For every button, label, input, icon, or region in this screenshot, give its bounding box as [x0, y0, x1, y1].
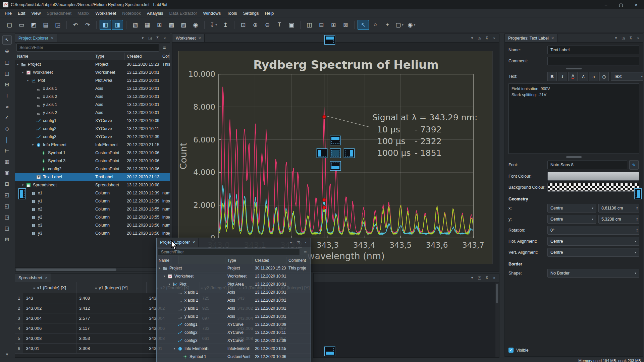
menu-edit[interactable]: Edit	[15, 10, 28, 17]
rotation-spinbox[interactable]: 0° ▴▾	[547, 226, 639, 235]
zoom-select-mode-button[interactable]: +	[382, 20, 393, 30]
dock-indicator-cluster-down[interactable]	[330, 161, 341, 171]
grid-layout-button[interactable]: ⊞	[328, 20, 339, 30]
new-notebook-button[interactable]: ◉	[190, 20, 201, 30]
grid-tool-5-button[interactable]: ◲	[3, 224, 11, 233]
vertical-layout-button[interactable]: ◫	[304, 20, 315, 30]
expander-icon[interactable]: ▾	[168, 283, 171, 286]
dock-indicator-cluster-left[interactable]	[317, 148, 327, 158]
dock-menu-icon[interactable]: ▾	[469, 275, 475, 281]
filter-options-icon[interactable]: ≡	[301, 248, 309, 256]
pe-item-config2[interactable]: config2XYCurve13.12.2020 10:11	[15, 125, 170, 133]
pe-item-y3[interactable]: y3Column20.12.2020 13:56integer da	[15, 229, 170, 237]
spin-down-icon[interactable]: ▾	[636, 219, 638, 221]
pe-item-y-axis-2[interactable]: y axis 2Axis13.12.2020 10:01	[15, 109, 170, 117]
titlebar[interactable]: C:/temp/bin/data/labplot2/examples/Gener…	[0, 0, 644, 9]
shape-tool-button[interactable]: ◇	[3, 124, 11, 133]
column-header-comment[interactable]: Comment	[286, 257, 311, 264]
dock-float-icon[interactable]: ◳	[476, 35, 483, 41]
cell[interactable]: 3.412	[76, 303, 147, 313]
row-number[interactable]: 5	[15, 334, 23, 344]
cell[interactable]: 3.408	[76, 293, 147, 303]
y-offset-spinbox[interactable]: 5,3238 cm ▴▾	[598, 215, 639, 224]
zoom-in-button[interactable]: ⊕	[250, 20, 261, 30]
pe-item-text-label[interactable]: TText LabelTextLabel20.12.2020 21:13	[15, 173, 170, 181]
column-header-name[interactable]: Name	[157, 257, 225, 264]
dock-menu-icon[interactable]: ▾	[288, 239, 294, 246]
dock-pin-icon[interactable]: ⊼	[484, 275, 490, 281]
vertical-line-tool-button[interactable]: │	[3, 135, 11, 144]
undo-button[interactable]: ↶	[70, 20, 81, 30]
row-number[interactable]: 4	[15, 323, 23, 334]
border-shape-dropdown[interactable]: No Border ▾	[547, 269, 639, 278]
dock-close-icon[interactable]: ×	[162, 35, 168, 41]
splitter-handle[interactable]	[566, 68, 582, 69]
menu-view[interactable]: View	[28, 10, 44, 17]
new-folder-button[interactable]: ▧	[129, 20, 141, 30]
new-matrix-button[interactable]: ▩	[166, 20, 177, 30]
floating-titlebar[interactable]: Project Explorer × ▾ ◳ ×	[157, 238, 311, 247]
pe-item-x3[interactable]: x3Column20.12.2020 13:56numerical	[15, 221, 170, 229]
dock-indicator-left-center[interactable]	[18, 188, 26, 199]
vert-alignment-dropdown[interactable]: Centre ▾	[547, 248, 639, 257]
tab-close-icon[interactable]: ×	[51, 36, 54, 41]
scrollbar-thumb[interactable]	[16, 268, 116, 271]
dock-indicator-cluster-center[interactable]	[330, 148, 341, 158]
bold-button[interactable]: B	[547, 72, 557, 81]
menu-analysis[interactable]: Analysis	[144, 10, 166, 17]
float-item-worksheet[interactable]: ▾WorksheetWorksheet13.12.2020 10:01	[157, 272, 311, 280]
dock-float-icon[interactable]: ◳	[295, 239, 302, 246]
grid-tool-3-button[interactable]: ◱	[3, 202, 11, 210]
menu-data-extractor[interactable]: Data Extractor	[166, 10, 200, 17]
dock-indicator-bottom-center[interactable]	[324, 347, 335, 356]
cell[interactable]: 343	[23, 293, 76, 303]
choose-font-button[interactable]: ✎	[629, 160, 639, 170]
pe-item-x1[interactable]: x1Column20.12.2020 12:39numerical	[15, 189, 170, 197]
pe-item-symbol-1[interactable]: Symbol 1CustomPoint28.12.2020 10:06	[15, 149, 170, 157]
dock-float-icon[interactable]: ◳	[476, 275, 483, 281]
image-tool-button[interactable]: ▣	[3, 169, 11, 177]
search-input[interactable]	[16, 44, 159, 52]
label-text-editor[interactable]: Field ionisation: 900VStark splitting: -…	[508, 83, 639, 154]
curve-tool-button[interactable]: ≈	[3, 102, 11, 111]
cell[interactable]: 343,01	[23, 344, 76, 354]
expander-icon[interactable]: ▾	[31, 143, 35, 146]
column-header-comment[interactable]: Comment	[160, 53, 170, 60]
column-header-type[interactable]: Type	[225, 257, 253, 264]
horizontal-layout-button[interactable]: ⊟	[316, 20, 327, 30]
tab-close-icon[interactable]: ×	[193, 240, 195, 245]
tab-worksheet[interactable]: Worksheet ×	[172, 34, 205, 42]
selection-tool-button[interactable]: ▢▾	[394, 20, 405, 30]
insert-datetime-button[interactable]: ◷	[599, 72, 609, 81]
pointer-tool-button[interactable]: ↖	[2, 35, 12, 45]
zoom-out-button[interactable]: ⊖	[262, 20, 273, 30]
dock-menu-icon[interactable]: ▾	[140, 35, 146, 41]
expander-icon[interactable]: ▾	[26, 79, 30, 82]
pe-item-plot[interactable]: ▾PlotPlot Area13.12.2020 10:01	[15, 76, 170, 84]
dock-indicator-top-center[interactable]	[324, 35, 335, 45]
filter-options-icon[interactable]: ≡	[160, 44, 168, 52]
tab-close-icon[interactable]: ×	[551, 36, 554, 41]
print-button[interactable]: ▤	[40, 20, 51, 30]
background-colour-swatch[interactable]	[547, 183, 639, 192]
expand-toolbar-button[interactable]: ▼	[3, 351, 11, 358]
redo-button[interactable]: ↷	[82, 20, 93, 30]
float-item-config2[interactable]: config2XYCurve13.12.2020 10:11	[157, 328, 311, 337]
row-number[interactable]: 2	[15, 303, 23, 313]
pe-item-project[interactable]: ▾ProjectProject30.11.2020 15:23This proj…	[15, 60, 170, 68]
dock-float-icon[interactable]: ◳	[147, 35, 153, 41]
menu-settings[interactable]: Settings	[240, 10, 262, 17]
new-workbook-button[interactable]: ▦	[142, 20, 153, 30]
expander-icon[interactable]: ▾	[163, 275, 166, 278]
dock-indicator-cluster-right[interactable]	[344, 148, 355, 158]
pe-item-y1[interactable]: y1Column20.12.2020 12:39integer da	[15, 197, 170, 205]
menu-worksheet[interactable]: Worksheet	[92, 10, 119, 17]
cursor-tool-button[interactable]: I	[3, 91, 11, 100]
tab-close-icon[interactable]: ×	[45, 275, 48, 280]
dock-indicator-right-center[interactable]	[634, 188, 642, 199]
cell[interactable]: 2.117	[76, 323, 147, 334]
text-mode-dropdown[interactable]: Text ▾	[611, 72, 643, 81]
new-project-button[interactable]: ▢	[4, 20, 15, 30]
cell[interactable]: 2.577	[76, 313, 147, 323]
pe-item-config1[interactable]: config1XYCurve13.12.2020 10:09	[15, 117, 170, 125]
